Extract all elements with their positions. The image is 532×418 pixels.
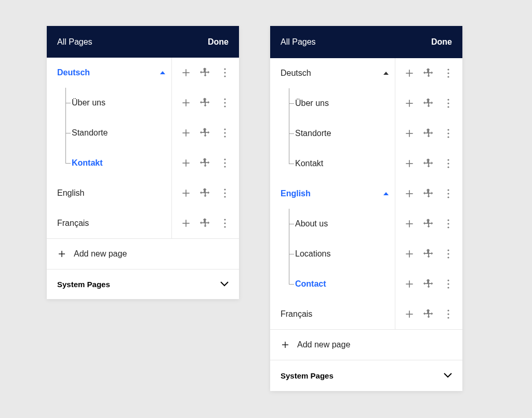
svg-point-50 xyxy=(448,163,449,164)
svg-point-71 xyxy=(448,287,449,288)
tree-item-francais[interactable]: Français xyxy=(47,208,239,238)
more-icon[interactable] xyxy=(442,187,455,200)
add-icon[interactable] xyxy=(179,156,193,170)
add-icon[interactable] xyxy=(403,307,416,321)
move-icon[interactable] xyxy=(422,247,435,261)
plus-icon xyxy=(281,340,290,349)
add-page-button[interactable]: Add new page xyxy=(270,330,462,360)
tree-item-label: English xyxy=(281,189,311,198)
move-icon[interactable] xyxy=(422,97,435,110)
move-icon[interactable] xyxy=(198,217,212,230)
svg-point-24 xyxy=(224,196,226,198)
add-icon[interactable] xyxy=(403,277,416,291)
tree-item-english[interactable]: English xyxy=(270,179,462,209)
done-button[interactable]: Done xyxy=(208,37,229,47)
move-icon[interactable] xyxy=(422,277,435,291)
done-button[interactable]: Done xyxy=(431,37,452,47)
svg-point-55 xyxy=(448,193,449,194)
svg-point-22 xyxy=(224,189,226,191)
add-icon[interactable] xyxy=(403,217,416,231)
tree-item-actions xyxy=(395,179,462,209)
more-icon[interactable] xyxy=(218,217,232,230)
add-icon[interactable] xyxy=(179,217,193,230)
tree-item-kontakt[interactable]: Kontakt xyxy=(47,148,239,178)
add-icon[interactable] xyxy=(179,126,193,140)
move-icon[interactable] xyxy=(422,217,435,231)
svg-point-70 xyxy=(448,283,449,285)
tree-item-label: Über uns xyxy=(295,99,329,108)
move-icon[interactable] xyxy=(198,186,212,200)
tree-item-contact[interactable]: Contact xyxy=(270,269,462,299)
move-icon[interactable] xyxy=(198,66,212,79)
move-icon[interactable] xyxy=(198,96,212,110)
pages-panel: All Pages Done Deutsch Über uns xyxy=(47,26,239,299)
tree-item-label: Standorte xyxy=(295,129,331,138)
add-page-button[interactable]: Add new page xyxy=(47,239,239,268)
add-icon[interactable] xyxy=(403,127,416,140)
svg-point-40 xyxy=(448,102,449,104)
tree-children: Über uns Standorte xyxy=(47,88,239,178)
svg-point-44 xyxy=(448,129,449,130)
more-icon[interactable] xyxy=(442,157,455,170)
svg-point-56 xyxy=(448,196,449,198)
add-icon[interactable] xyxy=(403,66,416,80)
tree-item-actions xyxy=(171,178,239,208)
tree-item-about-us[interactable]: About us xyxy=(270,209,462,239)
tree-item-actions xyxy=(171,118,239,148)
more-icon[interactable] xyxy=(218,96,232,110)
add-icon[interactable] xyxy=(403,97,416,110)
tree-item-standorte[interactable]: Standorte xyxy=(47,118,239,148)
svg-point-2 xyxy=(224,69,226,70)
more-icon[interactable] xyxy=(442,97,455,110)
tree-item-actions xyxy=(171,88,239,118)
tree-item-deutsch[interactable]: Deutsch xyxy=(270,58,462,88)
svg-point-59 xyxy=(448,219,449,221)
more-icon[interactable] xyxy=(442,277,455,291)
chevron-up-icon xyxy=(160,71,165,74)
svg-point-46 xyxy=(448,136,449,138)
more-icon[interactable] xyxy=(442,66,455,80)
tree-item-francais[interactable]: Français xyxy=(270,299,462,329)
tree-item-deutsch[interactable]: Deutsch xyxy=(47,58,239,88)
more-icon[interactable] xyxy=(218,126,232,140)
tree-item-locations[interactable]: Locations xyxy=(270,239,462,269)
add-icon[interactable] xyxy=(179,66,193,79)
tree-item-standorte[interactable]: Standorte xyxy=(270,118,462,149)
move-icon[interactable] xyxy=(422,66,435,80)
add-icon[interactable] xyxy=(179,186,193,200)
more-icon[interactable] xyxy=(218,186,232,200)
move-icon[interactable] xyxy=(422,127,435,140)
tree-item-english[interactable]: English xyxy=(47,178,239,208)
add-icon[interactable] xyxy=(403,187,416,200)
svg-point-49 xyxy=(448,159,449,160)
tree-item-actions xyxy=(395,299,462,329)
move-icon[interactable] xyxy=(422,157,435,170)
svg-point-65 xyxy=(448,253,449,254)
move-icon[interactable] xyxy=(422,307,435,321)
move-icon[interactable] xyxy=(198,156,212,170)
tree-item-label: Kontakt xyxy=(72,158,103,168)
tree-item-label: Locations xyxy=(295,249,331,259)
add-icon[interactable] xyxy=(403,157,416,170)
system-pages-toggle[interactable]: System Pages xyxy=(270,360,462,390)
more-icon[interactable] xyxy=(442,127,455,140)
more-icon[interactable] xyxy=(218,156,232,170)
tree-item-ueber-uns[interactable]: Über uns xyxy=(270,88,462,118)
tree-item-kontakt[interactable]: Kontakt xyxy=(270,149,462,179)
tree-item-ueber-uns[interactable]: Über uns xyxy=(47,88,239,118)
add-icon[interactable] xyxy=(179,96,193,110)
svg-point-35 xyxy=(448,72,449,74)
add-page-label: Add new page xyxy=(74,249,127,259)
add-icon[interactable] xyxy=(403,247,416,261)
move-icon[interactable] xyxy=(422,187,435,200)
chevron-up-icon xyxy=(383,192,389,195)
more-icon[interactable] xyxy=(442,217,455,231)
svg-point-13 xyxy=(224,132,226,134)
tree-item-label: Kontakt xyxy=(295,159,323,168)
more-icon[interactable] xyxy=(442,247,455,261)
more-icon[interactable] xyxy=(218,66,232,79)
system-pages-toggle[interactable]: System Pages xyxy=(47,269,239,299)
more-icon[interactable] xyxy=(442,307,455,321)
move-icon[interactable] xyxy=(198,126,212,140)
svg-point-76 xyxy=(448,317,449,318)
